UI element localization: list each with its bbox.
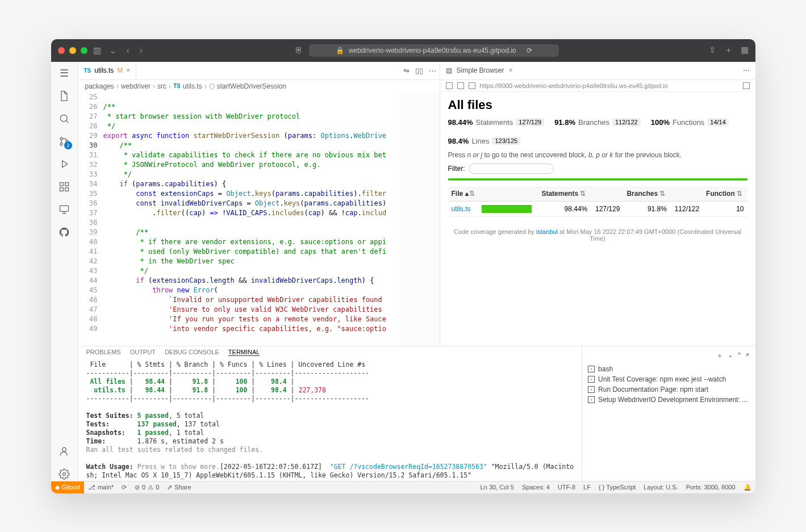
search-icon[interactable] <box>57 112 71 125</box>
new-terminal-icon[interactable]: ＋ <box>716 351 723 361</box>
more-actions-icon[interactable]: ⋯ <box>429 66 436 75</box>
status-problems[interactable]: ⊘ 0 ⚠ 0 <box>131 481 163 493</box>
status-bar: ◆ Gitpod ⎇ main* ⟳ ⊘ 0 ⚠ 0 ⇗ Share Ln 30… <box>51 481 755 493</box>
status-notifications[interactable]: 🔔 <box>740 481 755 493</box>
editor-tab-utils[interactable]: TS utils.ts M × <box>78 62 137 79</box>
preview-icon: ▤ <box>446 66 452 74</box>
svg-point-0 <box>60 115 67 122</box>
simple-browser-tab-bar: ▤ Simple Browser × ⋯ <box>440 62 755 80</box>
safari-toolbar: ▥ ⌄ ‹ › ⛨ 🔒 webdriverio-webdriverio-p4a9… <box>51 39 755 62</box>
menu-icon[interactable]: ☰ <box>57 66 71 80</box>
sb-back-icon[interactable] <box>446 82 453 89</box>
coverage-col-header[interactable]: Branches ⇅ <box>623 186 670 202</box>
nav-dropdown-icon[interactable]: ⌄ <box>107 45 119 56</box>
back-icon[interactable]: ‹ <box>124 45 132 56</box>
maximize-window-icon[interactable] <box>81 47 87 54</box>
status-item[interactable]: Ln 30, Col 5 <box>477 484 518 491</box>
forward-icon[interactable]: › <box>137 45 145 56</box>
coverage-col-header[interactable] <box>591 186 623 202</box>
sb-open-external-icon[interactable] <box>743 82 750 89</box>
status-share[interactable]: ⇗ Share <box>163 481 195 493</box>
status-item[interactable]: UTF-8 <box>554 484 579 491</box>
more-actions-icon[interactable]: ⋯ <box>743 66 750 74</box>
lock-icon: 🔒 <box>336 47 344 55</box>
coverage-col-header[interactable] <box>670 186 703 202</box>
settings-icon[interactable] <box>57 467 71 481</box>
terminal-dropdown-icon[interactable]: ⌄ <box>728 351 733 361</box>
panel-tab-problems[interactable]: PROBLEMS <box>86 349 121 356</box>
simple-browser-address-bar: https://8000-webdriverio-webdriverio-p4a… <box>440 80 755 92</box>
extensions-icon[interactable] <box>57 180 71 194</box>
tabs-overview-icon[interactable]: ▦ <box>741 45 749 56</box>
terminal[interactable]: File | % Stmts | % Branch | % Funcs | % … <box>78 358 582 481</box>
simple-browser-tab-label[interactable]: Simple Browser <box>457 66 504 74</box>
sb-forward-icon[interactable] <box>457 82 464 89</box>
terminal-item[interactable]: › Setup WebdriverIO Development Environm… <box>588 395 749 405</box>
status-item[interactable]: { } TypeScript <box>595 484 640 491</box>
modified-indicator: M <box>117 66 123 74</box>
coverage-col-header[interactable]: Statements ⇅ <box>538 186 591 202</box>
new-tab-icon[interactable]: ＋ <box>724 45 733 56</box>
minimap[interactable] <box>400 93 440 346</box>
github-icon[interactable] <box>57 225 71 239</box>
panel-tab-output[interactable]: OUTPUT <box>130 349 156 356</box>
traffic-lights <box>58 47 87 54</box>
coverage-filter-input[interactable] <box>469 164 554 174</box>
panel-tabs: PROBLEMSOUTPUTDEBUG CONSOLETERMINAL <box>78 346 582 358</box>
share-icon[interactable]: ⇪ <box>709 45 716 56</box>
ts-file-icon: TS <box>84 68 91 74</box>
svg-rect-5 <box>60 187 64 191</box>
terminal-item[interactable]: › Unit Test Coverage: npm exec jest --wa… <box>588 374 749 384</box>
url-text: webdriverio-webdriverio-p4a9e0trs6u.ws-e… <box>349 47 516 55</box>
code-area[interactable]: /** * start browser session with WebDriv… <box>103 93 400 346</box>
coverage-table: File ▴ ⇅Statements ⇅Branches ⇅Function ⇅… <box>448 186 747 217</box>
split-editor-icon[interactable]: ▯▯ <box>415 66 423 75</box>
accounts-icon[interactable] <box>57 445 71 458</box>
sb-reload-icon[interactable] <box>469 82 475 89</box>
coverage-row-utils[interactable]: utils.ts 98.44% 127/129 91.8% 112/122 10 <box>448 201 747 217</box>
scm-badge: 2 <box>64 141 72 149</box>
close-window-icon[interactable] <box>58 47 65 54</box>
compare-icon[interactable]: ⇋ <box>403 66 410 75</box>
svg-point-9 <box>62 447 66 451</box>
terminal-item[interactable]: › Run Documentation Page: npm start <box>588 384 749 395</box>
status-item[interactable]: Ports: 3000, 8000 <box>682 484 740 491</box>
terminal-item[interactable]: › bash <box>588 364 749 374</box>
status-item[interactable]: LF <box>579 484 595 491</box>
simple-browser-url[interactable]: https://8000-webdriverio-webdriverio-p4a… <box>480 82 738 89</box>
run-debug-icon[interactable] <box>57 157 71 171</box>
close-tab-icon[interactable]: × <box>509 66 513 74</box>
coverage-col-header[interactable]: File ▴ ⇅ <box>448 186 479 202</box>
status-item[interactable]: Spaces: 4 <box>518 484 554 491</box>
svg-point-2 <box>60 143 62 145</box>
istanbul-link[interactable]: istanbul <box>536 228 558 235</box>
shield-icon[interactable]: ⛨ <box>295 45 303 55</box>
activity-bar: ☰ 2 <box>51 62 78 481</box>
status-gitpod[interactable]: ◆ Gitpod <box>51 481 84 493</box>
source-control-icon[interactable]: 2 <box>57 135 71 148</box>
coverage-col-header[interactable] <box>478 186 538 202</box>
maximize-panel-icon[interactable]: ^ <box>738 351 741 361</box>
coverage-file-link[interactable]: utils.ts <box>452 205 471 213</box>
svg-rect-6 <box>65 187 69 191</box>
close-panel-icon[interactable]: × <box>745 351 749 361</box>
vscode: ☰ 2 TS <box>51 62 755 493</box>
close-tab-icon[interactable]: × <box>126 66 130 74</box>
terminal-list: ＋ ⌄ ^ × › bash› Unit Test Coverage: npm … <box>582 346 755 481</box>
explorer-icon[interactable] <box>57 89 71 103</box>
status-sync[interactable]: ⟳ <box>118 481 131 493</box>
sidebar-toggle-icon[interactable]: ▥ <box>93 45 101 56</box>
coverage-footer: Code coverage generated by istanbul at M… <box>448 228 747 242</box>
panel-tab-debug-console[interactable]: DEBUG CONSOLE <box>165 349 219 356</box>
panel-tab-terminal[interactable]: TERMINAL <box>228 349 260 356</box>
coverage-pct-bar <box>482 205 533 213</box>
remote-explorer-icon[interactable] <box>57 203 71 216</box>
breadcrumbs[interactable]: packages›webdriver›src›TS utils.ts›⬡ sta… <box>78 80 440 93</box>
minimize-window-icon[interactable] <box>69 47 76 54</box>
status-item[interactable]: Layout: U.S. <box>640 484 682 491</box>
reload-icon[interactable]: ⟳ <box>527 47 532 55</box>
url-bar[interactable]: 🔒 webdriverio-webdriverio-p4a9e0trs6u.ws… <box>309 44 559 57</box>
svg-rect-7 <box>65 182 69 186</box>
coverage-col-header[interactable]: Function ⇅ <box>703 186 747 202</box>
status-branch[interactable]: ⎇ main* <box>84 481 118 493</box>
